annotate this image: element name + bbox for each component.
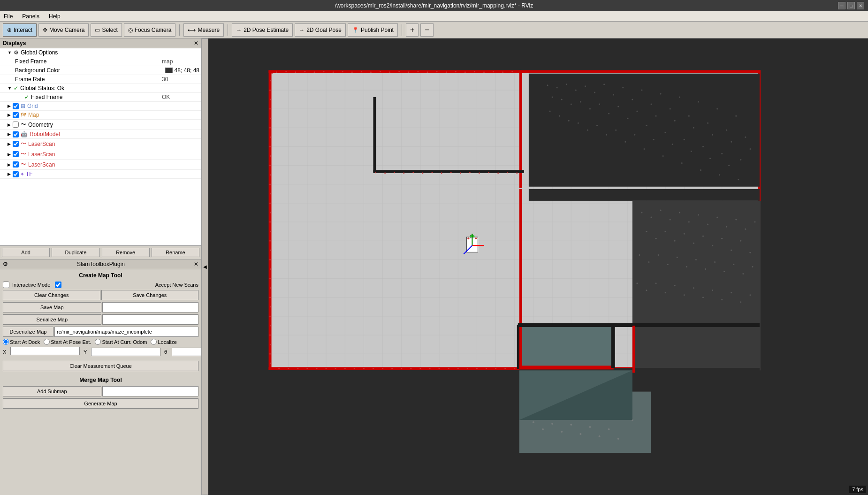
menu-panels[interactable]: Panels: [20, 12, 41, 21]
duplicate-button[interactable]: Duplicate: [52, 248, 99, 257]
minimize-button[interactable]: ─: [838, 2, 845, 9]
display-item-laser-scan-1[interactable]: ▶ 〜 LaserScan: [0, 139, 201, 149]
clear-changes-button[interactable]: Clear Changes: [3, 290, 100, 300]
deserialize-map-input[interactable]: [54, 327, 198, 337]
maximize-button[interactable]: □: [847, 2, 855, 9]
display-item-laser-scan-2[interactable]: ▶ 〜 LaserScan: [0, 149, 201, 160]
svg-point-238: [269, 89, 271, 91]
displays-close-button[interactable]: ✕: [194, 40, 198, 46]
bg-color-swatch[interactable]: [165, 68, 173, 73]
plus-button[interactable]: +: [406, 23, 419, 37]
save-map-input[interactable]: [102, 302, 199, 312]
display-item-global-options[interactable]: ▼ ⚙ Global Options: [0, 48, 201, 57]
move-camera-button[interactable]: ✥ Move Camera: [38, 23, 89, 37]
focus-camera-button[interactable]: ◎ Focus Camera: [124, 23, 176, 37]
display-item-laser-scan-3[interactable]: ▶ 〜 LaserScan: [0, 160, 201, 170]
svg-point-282: [410, 368, 411, 369]
displays-content[interactable]: ▼ ⚙ Global Options Fixed Frame map Backg…: [0, 48, 201, 245]
svg-point-284: [429, 368, 431, 369]
save-changes-button[interactable]: Save Changes: [101, 290, 199, 300]
clear-measurement-queue-button[interactable]: Clear Measurement Queue: [3, 361, 198, 371]
robot-model-checkbox[interactable]: [13, 131, 19, 137]
y-input[interactable]: [91, 348, 160, 356]
display-item-grid[interactable]: ▶ ⊞ Grid: [0, 102, 201, 111]
add-submap-button[interactable]: Add Submap: [3, 386, 101, 396]
svg-point-90: [693, 127, 694, 129]
localize-label[interactable]: Localize: [151, 339, 176, 345]
theta-input[interactable]: [172, 348, 201, 356]
remove-button[interactable]: Remove: [102, 248, 150, 257]
display-item-global-status[interactable]: ▼ ✓ Global Status: Ok: [0, 84, 201, 93]
interactive-mode-checkbox[interactable]: [3, 282, 9, 288]
panel-collapse-handle[interactable]: ◀: [202, 38, 208, 495]
display-item-map[interactable]: ▶ 🗺 Map: [0, 111, 201, 120]
laser-scan-1-checkbox[interactable]: [13, 141, 19, 147]
svg-point-281: [401, 368, 402, 369]
deserialize-map-button[interactable]: Deserialize Map: [3, 327, 53, 337]
svg-point-139: [702, 236, 704, 237]
svg-point-78: [580, 101, 581, 102]
svg-point-211: [276, 71, 277, 73]
accept-new-scans-label: Accept New Scans: [155, 282, 198, 288]
serialize-map-button[interactable]: Serialize Map: [3, 314, 101, 325]
localize-radio[interactable]: [151, 339, 157, 345]
slam-close-button[interactable]: ✕: [194, 261, 198, 267]
generate-map-button[interactable]: Generate Map: [3, 398, 198, 409]
svg-point-299: [422, 172, 423, 174]
start-at-odom-label[interactable]: Start At Curr. Odom: [95, 339, 147, 345]
svg-point-291: [495, 368, 496, 369]
odometry-checkbox[interactable]: [13, 122, 19, 128]
display-item-robot-model[interactable]: ▶ 🤖 RobotModel: [0, 130, 201, 139]
measure-button[interactable]: ⟷ Measure: [183, 23, 224, 37]
svg-point-87: [665, 132, 666, 133]
svg-point-97: [549, 111, 551, 112]
2d-pose-button[interactable]: → 2D Pose Estimate: [232, 23, 293, 37]
interact-button[interactable]: ⊕ Interact: [3, 23, 37, 37]
display-item-tf[interactable]: ▶ ⌖ TF: [0, 170, 201, 179]
viewport[interactable]: 7 fps: [208, 38, 868, 495]
save-map-button[interactable]: Save Map: [3, 302, 101, 312]
svg-point-216: [323, 71, 325, 72]
deserialize-map-row: Deserialize Map: [3, 327, 198, 337]
map-checkbox[interactable]: [13, 112, 19, 118]
grid-checkbox[interactable]: [13, 103, 19, 109]
serialize-map-input[interactable]: [102, 314, 199, 325]
svg-point-237: [270, 80, 271, 81]
display-item-fixed-frame-status: ✓ Fixed Frame OK: [0, 93, 201, 102]
start-at-pose-label[interactable]: Start At Pose Est.: [44, 339, 91, 345]
menu-help[interactable]: Help: [47, 12, 62, 21]
tf-checkbox[interactable]: [13, 171, 19, 177]
2d-goal-icon: →: [299, 27, 305, 33]
svg-point-188: [542, 428, 544, 430]
menu-file[interactable]: File: [2, 12, 15, 21]
2d-goal-button[interactable]: → 2D Goal Pose: [295, 23, 346, 37]
add-button[interactable]: Add: [2, 248, 50, 257]
svg-point-212: [285, 71, 287, 72]
svg-point-146: [648, 261, 650, 263]
svg-point-207: [467, 237, 469, 239]
select-button[interactable]: ▭ Select: [91, 23, 122, 37]
interactive-mode-checkbox-2[interactable]: [55, 282, 61, 288]
fixed-frame-value: map: [162, 58, 199, 65]
start-at-odom-radio[interactable]: [95, 339, 101, 345]
svg-rect-45: [519, 70, 761, 73]
start-at-dock-label[interactable]: Start At Dock: [3, 339, 40, 345]
x-label: X: [3, 349, 8, 355]
display-item-odometry[interactable]: ▶ 〜 Odometry: [0, 120, 201, 130]
svg-point-283: [419, 368, 421, 369]
close-button[interactable]: ✕: [857, 2, 864, 9]
svg-point-60: [613, 94, 614, 95]
start-at-dock-radio[interactable]: [3, 339, 9, 345]
minus-button[interactable]: −: [420, 23, 433, 37]
svg-point-109: [662, 155, 664, 157]
publish-point-button[interactable]: 📍 Publish Point: [348, 23, 398, 37]
start-at-pose-radio[interactable]: [44, 339, 50, 345]
laser-scan-3-checkbox[interactable]: [13, 161, 19, 168]
svg-point-295: [384, 172, 386, 174]
svg-point-230: [455, 71, 457, 72]
add-submap-input[interactable]: [102, 386, 199, 396]
svg-point-62: [632, 99, 633, 100]
laser-scan-2-checkbox[interactable]: [13, 151, 19, 157]
rename-button[interactable]: Rename: [152, 248, 199, 257]
x-input[interactable]: [10, 347, 80, 355]
